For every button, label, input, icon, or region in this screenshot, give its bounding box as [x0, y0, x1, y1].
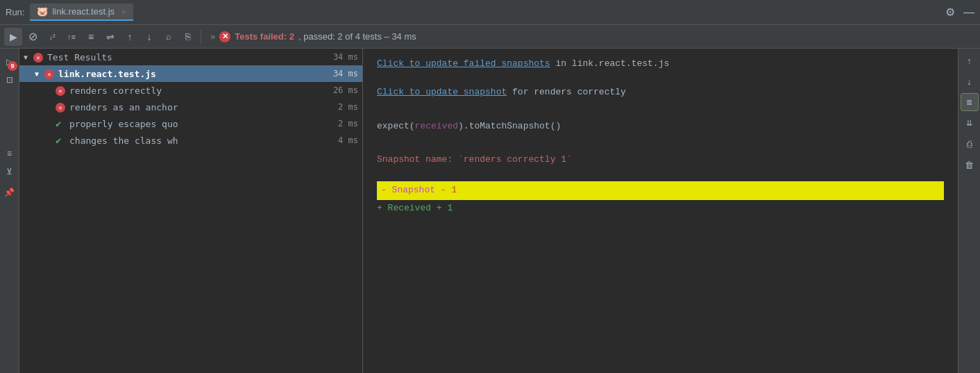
sort-alpha-up-button[interactable]: ↑≡	[62, 28, 81, 46]
main-content: 9 ▷ ⊡ ≡ ⊻ 📌 ▼ ✕ Test Results 34 ms ▼ ✕	[0, 49, 980, 373]
left-icon-stop[interactable]: ⊡	[2, 72, 17, 88]
left-icon-pin[interactable]: 📌	[2, 185, 17, 200]
file-error-icon: ✕	[44, 69, 54, 79]
t1-error-icon: ✕	[56, 103, 65, 113]
search-button[interactable]: ⌕	[160, 28, 178, 46]
root-error-icon: ✕	[33, 53, 43, 63]
tree-row-test-0[interactable]: ✕ renders correctly 26 ms	[19, 82, 362, 99]
tab-close-button[interactable]: ×	[121, 8, 126, 16]
update-snapshot-line: Click to update snapshot for renders cor…	[377, 85, 944, 100]
run-button[interactable]: ▶	[4, 28, 22, 46]
toolbar-status: » ✕ Tests failed: 2 , passed: 2 of 4 tes…	[210, 31, 416, 42]
received-plus-line: + Received + 1	[377, 201, 944, 216]
update-all-suffix: in link.react.test.js	[550, 58, 670, 69]
root-label: Test Results	[47, 52, 329, 63]
align-center-button[interactable]: ≡	[82, 28, 100, 46]
arrow-down-button[interactable]: ↓	[140, 28, 158, 46]
t2-check-icon: ✔	[56, 118, 61, 129]
t2-label: properly escapes quo	[69, 119, 334, 129]
file-duration: 34 ms	[333, 69, 358, 78]
stop-button[interactable]: ⊘	[24, 28, 42, 46]
rsidebar-print-button[interactable]: ⎙	[961, 135, 979, 153]
t3-status-icon: ✔	[56, 135, 67, 146]
expect-close: ).toMatchSnapshot()	[458, 121, 561, 131]
t1-label: renders as an anchor	[69, 102, 334, 113]
chevron-right-icon: »	[210, 31, 215, 42]
snapshot-spacer	[435, 185, 441, 195]
file-label: link.react.test.js	[58, 69, 329, 79]
t1-duration: 2 ms	[338, 102, 358, 112]
align-right-button[interactable]: ⇌	[101, 28, 119, 46]
tree-row-file[interactable]: ▼ ✕ link.react.test.js 34 ms	[19, 65, 362, 82]
tree-row-root[interactable]: ▼ ✕ Test Results 34 ms	[19, 49, 362, 65]
root-duration: 34 ms	[333, 52, 358, 62]
rsidebar-down-button[interactable]: ↓	[961, 72, 979, 90]
status-failed-text: Tests failed: 2	[235, 31, 294, 42]
toolbar: ▶ ⊘ ↓² ↑≡ ≡ ⇌ ↑ ↓ ⌕ ⎘ » ✕ Tests failed: …	[0, 25, 980, 49]
rsidebar-delete-button[interactable]: 🗑	[961, 156, 979, 174]
right-sidebar: ↑ ↓ ≣ ⇊ ⎙ 🗑	[958, 49, 980, 373]
left-icon-list[interactable]: ≡	[2, 146, 17, 161]
t3-duration: 4 ms	[338, 135, 358, 145]
t0-duration: 26 ms	[333, 85, 358, 95]
snapshot-label: Snapshot	[392, 185, 435, 195]
output-content: Click to update failed snapshots in link…	[363, 49, 958, 373]
snapshot-name-line: Snapshot name: `renders correctly 1`	[377, 153, 944, 167]
t3-label: changes the class wh	[69, 135, 334, 146]
rsidebar-sort-down-button[interactable]: ⇊	[961, 114, 979, 132]
notification-badge: 9	[8, 61, 17, 71]
tab-file-icon: 🐷	[37, 6, 48, 17]
root-expand-arrow: ▼	[24, 53, 33, 61]
test-tree: ▼ ✕ Test Results 34 ms ▼ ✕ link.react.te…	[19, 49, 362, 373]
top-bar: Run: 🐷 link.react.test.js × ⚙ —	[0, 0, 980, 25]
gap1	[377, 77, 944, 85]
code-expect-line: expect(received).toMatchSnapshot()	[377, 119, 944, 134]
arrow-up-button[interactable]: ↑	[121, 28, 139, 46]
gap4	[377, 173, 944, 181]
sort-alpha-down-button[interactable]: ↓²	[43, 28, 61, 46]
update-all-link[interactable]: Click to update failed snapshots	[377, 58, 550, 69]
update-snapshot-suffix: for renders correctly	[507, 87, 626, 97]
run-label: Run:	[6, 7, 24, 17]
gap3	[377, 139, 944, 147]
expect-keyword: expect(	[377, 121, 415, 131]
tab-item[interactable]: 🐷 link.react.test.js ×	[30, 3, 133, 21]
minus-sign: -	[381, 185, 392, 195]
error-circle-icon: ✕	[219, 31, 230, 42]
tab-filename: link.react.test.js	[52, 6, 115, 17]
expect-param: received	[415, 121, 458, 131]
flag-button[interactable]: ⎘	[179, 28, 197, 46]
snapshot-minus-line: - Snapshot - 1	[377, 181, 944, 200]
t0-error-icon: ✕	[56, 86, 65, 96]
rsidebar-wrap-button[interactable]: ≣	[961, 93, 979, 111]
received-label: Received	[388, 203, 431, 213]
received-num: + 1	[437, 203, 453, 213]
left-panel: ▼ ✕ Test Results 34 ms ▼ ✕ link.react.te…	[19, 49, 363, 373]
tree-row-test-2[interactable]: ✔ properly escapes quo 2 ms	[19, 115, 362, 132]
settings-gear-icon[interactable]: ⚙	[945, 6, 955, 19]
gap2	[377, 106, 944, 114]
snapshot-num: - 1	[441, 185, 457, 195]
snapshot-name-text: Snapshot name: `renders correctly 1`	[377, 154, 572, 165]
status-passed-text: , passed: 2 of 4 tests – 34 ms	[298, 31, 416, 42]
file-expand-arrow: ▼	[35, 70, 44, 78]
root-status-icon: ✕	[33, 51, 44, 63]
left-icon-strip: 9 ▷ ⊡ ≡ ⊻ 📌	[0, 49, 19, 373]
t0-status-icon: ✕	[56, 85, 67, 96]
rsidebar-up-button[interactable]: ↑	[961, 51, 979, 69]
t3-check-icon: ✔	[56, 135, 61, 146]
file-status-icon: ✕	[44, 68, 56, 79]
received-spacer	[431, 203, 437, 213]
update-snapshot-link[interactable]: Click to update snapshot	[377, 87, 507, 97]
left-icon-down[interactable]: ⊻	[2, 164, 17, 179]
minimize-icon[interactable]: —	[963, 6, 974, 19]
t2-status-icon: ✔	[56, 118, 67, 129]
tree-row-test-1[interactable]: ✕ renders as an anchor 2 ms	[19, 99, 362, 115]
t2-duration: 2 ms	[338, 119, 358, 129]
tree-row-test-3[interactable]: ✔ changes the class wh 4 ms	[19, 132, 362, 149]
t0-label: renders correctly	[69, 85, 329, 96]
right-panel: Click to update failed snapshots in link…	[363, 49, 958, 373]
snapshot-diff-block: - Snapshot - 1 + Received + 1	[377, 181, 944, 216]
t1-status-icon: ✕	[56, 101, 67, 113]
update-all-line: Click to update failed snapshots in link…	[377, 57, 944, 72]
